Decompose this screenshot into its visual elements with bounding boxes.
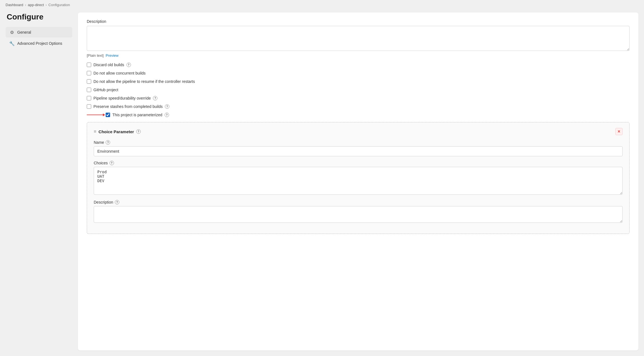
checkbox-preserve-stashes: Preserve stashes from completed builds ? bbox=[87, 104, 630, 109]
name-field-group: Name ? bbox=[94, 140, 623, 156]
breadcrumb: Dashboard › app-direct › Configuration bbox=[0, 0, 644, 10]
sidebar-label-general: General bbox=[17, 30, 31, 34]
name-label-text: Name bbox=[94, 140, 104, 145]
sidebar: Configure ⚙ General 🔧 Advanced Project O… bbox=[6, 13, 78, 350]
page-title: Configure bbox=[6, 13, 72, 21]
choices-field-label: Choices ? bbox=[94, 161, 623, 165]
checkbox-discard-old-input[interactable] bbox=[87, 63, 91, 67]
param-description-label-text: Description bbox=[94, 200, 113, 204]
description-group: Description [Plain text] Preview bbox=[87, 19, 630, 58]
description-textarea[interactable] bbox=[87, 26, 630, 51]
sidebar-item-general[interactable]: ⚙ General bbox=[6, 27, 72, 38]
checkbox-pipeline-speed-input[interactable] bbox=[87, 96, 91, 100]
choices-textarea[interactable]: Prod UAT DEV bbox=[94, 167, 623, 195]
sidebar-item-advanced[interactable]: 🔧 Advanced Project Options bbox=[6, 38, 72, 49]
preview-link[interactable]: Preview bbox=[106, 53, 118, 58]
checkbox-github-project: GitHub project bbox=[87, 88, 630, 92]
parameterized-row: This project is parameterized ? bbox=[87, 113, 630, 117]
checkbox-no-concurrent: Do not allow concurrent builds bbox=[87, 71, 630, 75]
arrow-line bbox=[87, 115, 103, 115]
checkbox-parameterized-input[interactable] bbox=[106, 113, 110, 117]
wrench-icon: 🔧 bbox=[9, 41, 14, 46]
plain-text-label: [Plain text] bbox=[87, 53, 104, 58]
content-area: Description [Plain text] Preview Discard… bbox=[78, 13, 638, 350]
help-icon-parameterized[interactable]: ? bbox=[165, 113, 169, 117]
checkbox-github-project-input[interactable] bbox=[87, 88, 91, 92]
checkbox-preserve-stashes-label: Preserve stashes from completed builds bbox=[93, 104, 163, 109]
param-panel-title: ≡ Choice Parameter ? bbox=[94, 129, 141, 134]
choices-label-text: Choices bbox=[94, 161, 108, 165]
param-description-textarea[interactable] bbox=[94, 206, 623, 223]
checkbox-github-project-label: GitHub project bbox=[93, 88, 118, 92]
help-icon-param-desc[interactable]: ? bbox=[115, 200, 119, 204]
choices-field-group: Choices ? Prod UAT DEV bbox=[94, 161, 623, 196]
choice-parameter-panel: ≡ Choice Parameter ? × Name ? bbox=[87, 122, 630, 234]
help-icon-choices[interactable]: ? bbox=[110, 161, 114, 165]
checkbox-no-resume-input[interactable] bbox=[87, 79, 91, 84]
checkbox-group: Discard old builds ? Do not allow concur… bbox=[87, 63, 630, 117]
checkbox-pipeline-speed-label: Pipeline speed/durability override bbox=[93, 96, 151, 100]
breadcrumb-app-direct[interactable]: app-direct bbox=[28, 3, 44, 7]
checkbox-no-concurrent-label: Do not allow concurrent builds bbox=[93, 71, 146, 75]
description-label: Description bbox=[87, 19, 630, 24]
sidebar-label-advanced: Advanced Project Options bbox=[17, 41, 62, 46]
help-icon-preserve-stashes[interactable]: ? bbox=[165, 104, 169, 109]
help-icon-choice-param[interactable]: ? bbox=[136, 129, 141, 134]
help-icon-pipeline-speed[interactable]: ? bbox=[153, 96, 157, 100]
name-input[interactable] bbox=[94, 146, 623, 156]
checkbox-no-resume: Do not allow the pipeline to resume if t… bbox=[87, 79, 630, 84]
param-panel-header: ≡ Choice Parameter ? × bbox=[94, 128, 623, 135]
checkbox-no-concurrent-input[interactable] bbox=[87, 71, 91, 75]
checkbox-parameterized: This project is parameterized ? bbox=[106, 113, 169, 117]
param-description-label: Description ? bbox=[94, 200, 623, 204]
close-panel-button[interactable]: × bbox=[615, 128, 623, 135]
plain-text-row: [Plain text] Preview bbox=[87, 53, 630, 58]
param-description-group: Description ? bbox=[94, 200, 623, 224]
checkbox-preserve-stashes-input[interactable] bbox=[87, 104, 91, 109]
help-icon-name[interactable]: ? bbox=[106, 140, 110, 145]
name-field-label: Name ? bbox=[94, 140, 623, 145]
checkbox-discard-old-label: Discard old builds bbox=[93, 63, 124, 67]
checkbox-pipeline-speed: Pipeline speed/durability override ? bbox=[87, 96, 630, 100]
breadcrumb-current: Configuration bbox=[48, 3, 70, 7]
breadcrumb-dashboard[interactable]: Dashboard bbox=[6, 3, 23, 7]
help-icon-discard-old[interactable]: ? bbox=[127, 63, 131, 67]
choice-parameter-label: Choice Parameter bbox=[98, 129, 134, 134]
annotation-arrow bbox=[87, 115, 103, 115]
checkbox-parameterized-label: This project is parameterized bbox=[112, 113, 162, 117]
checkbox-discard-old: Discard old builds ? bbox=[87, 63, 630, 67]
gear-icon: ⚙ bbox=[9, 30, 14, 35]
checkbox-no-resume-label: Do not allow the pipeline to resume if t… bbox=[93, 79, 195, 84]
drag-handle-icon[interactable]: ≡ bbox=[94, 129, 96, 134]
